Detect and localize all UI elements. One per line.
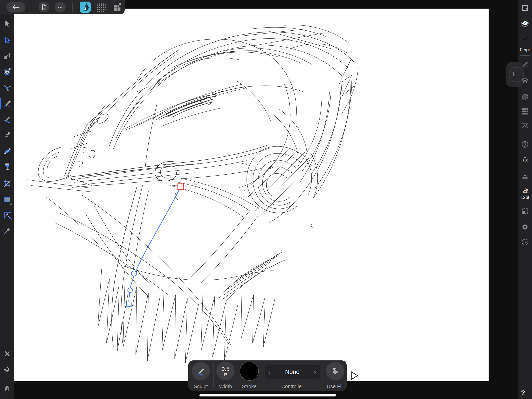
selection-panel-button[interactable] xyxy=(520,92,529,101)
pencil-tool-button[interactable] xyxy=(3,99,12,108)
chevron-right-icon: › xyxy=(512,69,515,78)
home-indicator[interactable] xyxy=(199,394,336,396)
back-button[interactable] xyxy=(6,2,25,13)
width-label: Width xyxy=(219,383,232,389)
controller-value: None xyxy=(285,368,299,375)
designer-persona-button[interactable] xyxy=(80,1,91,13)
left-toolbar: A xyxy=(0,0,14,399)
brushes-panel-button[interactable] xyxy=(520,60,529,69)
point-transform-tool-button[interactable] xyxy=(3,51,12,60)
help-button[interactable]: ? xyxy=(521,389,525,396)
stroke-label: Stroke xyxy=(242,383,256,389)
pen-tool-button[interactable] xyxy=(3,130,12,140)
context-divider xyxy=(262,363,262,388)
fill-gradient-tool-button[interactable] xyxy=(3,147,12,156)
typography-panel-button[interactable]: a xyxy=(520,186,529,194)
document-canvas[interactable] xyxy=(14,9,488,381)
controller-label: Controller xyxy=(281,383,303,389)
stroke-swatch-button[interactable] xyxy=(240,362,259,381)
text-size-badge: 12pt xyxy=(518,195,532,200)
color-panel-button[interactable] xyxy=(520,140,529,149)
contour-tool-button[interactable] xyxy=(3,67,12,76)
sculpt-pencil-icon xyxy=(196,366,206,376)
paint-bucket-icon xyxy=(330,366,340,376)
stroke-panel-button[interactable] xyxy=(520,34,529,43)
ellipsis-icon xyxy=(57,4,63,10)
width-unit: pt xyxy=(224,372,227,376)
sculpt-label: Sculpt xyxy=(194,383,208,389)
width-button[interactable]: 0.5 pt xyxy=(216,362,235,380)
artistic-text-tool-button[interactable]: A xyxy=(3,211,12,219)
pixel-persona-button[interactable] xyxy=(96,2,106,13)
effects-panel-button[interactable]: fx xyxy=(520,155,529,164)
context-toolbar: Sculpt 0.5 pt Width Stroke ‹ None › Cont… xyxy=(188,360,347,391)
delete-trash-button[interactable] xyxy=(3,384,12,393)
use-fill-label: Use Fill xyxy=(327,383,344,389)
more-options-button[interactable] xyxy=(55,2,66,13)
adjustments-panel-button[interactable] xyxy=(520,172,529,181)
document-menu-button[interactable] xyxy=(38,2,49,13)
deselect-button[interactable] xyxy=(3,349,12,358)
document-icon xyxy=(41,4,47,10)
corner-tool-button[interactable] xyxy=(3,83,12,92)
export-persona-icon xyxy=(113,3,121,12)
controller-next-icon[interactable]: › xyxy=(314,368,316,376)
vector-brush-tool-button[interactable] xyxy=(3,115,12,124)
top-toolbar xyxy=(0,0,125,14)
back-arrow-icon xyxy=(11,4,21,10)
document-frame-button[interactable] xyxy=(520,4,529,13)
context-divider xyxy=(213,363,214,388)
use-fill-button[interactable] xyxy=(326,362,344,380)
history-panel-button[interactable] xyxy=(520,238,529,247)
stroke-width-badge: 0.5pt xyxy=(518,47,532,52)
svg-text:A: A xyxy=(5,212,9,218)
layers-panel-button[interactable] xyxy=(520,76,529,85)
width-value: 0.5 xyxy=(222,366,230,372)
snapping-magnet-button[interactable] xyxy=(3,365,12,374)
navigator-panel-button[interactable] xyxy=(520,223,529,232)
swatches-panel-button[interactable] xyxy=(520,107,529,116)
toolbar-separator xyxy=(72,3,73,12)
node-tool-button[interactable] xyxy=(3,35,12,45)
move-tool-button[interactable] xyxy=(3,19,12,28)
controller-segment[interactable]: ‹ None › xyxy=(265,365,320,379)
controller-prev-icon[interactable]: ‹ xyxy=(268,368,271,376)
toolbar-separator xyxy=(31,3,31,12)
color-picker-tool-button[interactable] xyxy=(3,227,12,236)
rectangle-tool-button[interactable] xyxy=(3,195,12,204)
color-indicator-swatch[interactable] xyxy=(520,19,529,28)
affinity-designer-logo-icon xyxy=(80,1,91,13)
media-panel-button[interactable] xyxy=(520,121,529,130)
pixel-persona-icon xyxy=(97,3,106,12)
context-bar-expand-handle[interactable] xyxy=(350,371,359,381)
export-persona-button[interactable] xyxy=(112,2,122,13)
selected-tool-indicator xyxy=(0,98,1,109)
panel-divider xyxy=(520,55,530,56)
sculpt-button[interactable] xyxy=(192,362,210,380)
crop-tool-button[interactable] xyxy=(3,179,12,188)
transform-panel-button[interactable] xyxy=(520,206,529,215)
transparency-tool-button[interactable] xyxy=(3,162,12,171)
context-divider xyxy=(322,363,323,388)
